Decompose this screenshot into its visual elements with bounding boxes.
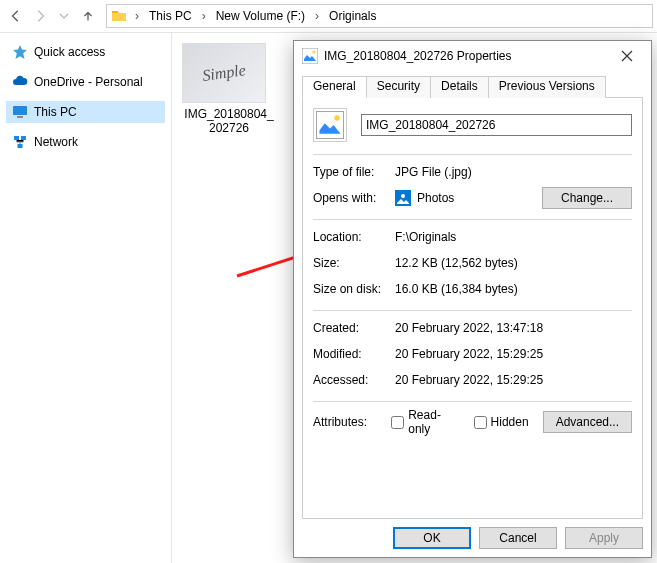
value-location: F:\Originals: [395, 230, 632, 244]
tree-label: OneDrive - Personal: [34, 75, 143, 89]
filename-input[interactable]: [361, 114, 632, 136]
hidden-text: Hidden: [491, 415, 529, 429]
svg-rect-6: [302, 48, 318, 64]
properties-dialog: IMG_20180804_202726 Properties General S…: [293, 40, 652, 558]
label-accessed: Accessed:: [313, 373, 395, 387]
tab-general[interactable]: General: [302, 76, 367, 98]
value-accessed: 20 February 2022, 15:29:25: [395, 373, 632, 387]
label-modified: Modified:: [313, 347, 395, 361]
svg-point-7: [312, 50, 315, 53]
star-icon: [12, 44, 28, 60]
photos-app-icon: [395, 190, 411, 206]
cancel-button[interactable]: Cancel: [479, 527, 557, 549]
value-modified: 20 February 2022, 15:29:25: [395, 347, 632, 361]
value-created: 20 February 2022, 13:47:18: [395, 321, 632, 335]
tree-onedrive[interactable]: OneDrive - Personal: [6, 71, 165, 93]
label-size-on-disk: Size on disk:: [313, 282, 395, 296]
value-opens-with: Photos: [417, 191, 454, 205]
breadcrumb-seg[interactable]: New Volume (F:): [214, 9, 307, 23]
tab-previous-versions[interactable]: Previous Versions: [488, 76, 606, 98]
svg-rect-3: [21, 136, 26, 140]
svg-rect-0: [13, 106, 27, 115]
file-item[interactable]: IMG_20180804_202726: [182, 43, 276, 135]
label-opens-with: Opens with:: [313, 191, 395, 205]
hidden-checkbox-label[interactable]: Hidden: [474, 415, 529, 429]
breadcrumb-seg[interactable]: Originals: [327, 9, 378, 23]
hidden-checkbox[interactable]: [474, 416, 487, 429]
chevron-right-icon: ›: [311, 9, 323, 23]
tab-details[interactable]: Details: [430, 76, 489, 98]
svg-rect-1: [17, 116, 23, 118]
chevron-right-icon: ›: [198, 9, 210, 23]
advanced-button[interactable]: Advanced...: [543, 411, 632, 433]
tree-network[interactable]: Network: [6, 131, 165, 153]
nav-back-button[interactable]: [4, 4, 28, 28]
svg-rect-4: [18, 144, 23, 148]
nav-history-dropdown[interactable]: [52, 4, 76, 28]
label-created: Created:: [313, 321, 395, 335]
nav-up-button[interactable]: [76, 4, 100, 28]
readonly-checkbox[interactable]: [391, 416, 404, 429]
label-type: Type of file:: [313, 165, 395, 179]
address-bar[interactable]: › This PC › New Volume (F:) › Originals: [106, 4, 653, 28]
tree-label: Quick access: [34, 45, 105, 59]
folder-icon: [111, 8, 127, 24]
tab-panel-general: Type of file:JPG File (.jpg) Opens with:…: [302, 98, 643, 519]
breadcrumb-seg[interactable]: This PC: [147, 9, 194, 23]
svg-point-9: [334, 115, 340, 121]
label-location: Location:: [313, 230, 395, 244]
nav-forward-button[interactable]: [28, 4, 52, 28]
ok-button[interactable]: OK: [393, 527, 471, 549]
label-size: Size:: [313, 256, 395, 270]
tab-security[interactable]: Security: [366, 76, 431, 98]
chevron-right-icon: ›: [131, 9, 143, 23]
readonly-checkbox-label[interactable]: Read-only: [391, 408, 459, 436]
label-attributes: Attributes:: [313, 415, 391, 429]
value-size: 12.2 KB (12,562 bytes): [395, 256, 632, 270]
dialog-title: IMG_20180804_202726 Properties: [324, 49, 609, 63]
close-button[interactable]: [609, 44, 645, 68]
close-icon: [621, 50, 633, 62]
value-size-on-disk: 16.0 KB (16,384 bytes): [395, 282, 632, 296]
tree-this-pc[interactable]: This PC: [6, 101, 165, 123]
svg-point-11: [401, 194, 405, 198]
svg-rect-8: [316, 111, 344, 139]
monitor-icon: [12, 104, 28, 120]
network-icon: [12, 134, 28, 150]
apply-button[interactable]: Apply: [565, 527, 643, 549]
readonly-text: Read-only: [408, 408, 459, 436]
change-button[interactable]: Change...: [542, 187, 632, 209]
tree-label: Network: [34, 135, 78, 149]
nav-tree: Quick access OneDrive - Personal This PC…: [0, 33, 172, 563]
tree-label: This PC: [34, 105, 77, 119]
image-icon: [302, 48, 318, 64]
value-type: JPG File (.jpg): [395, 165, 632, 179]
tree-quick-access[interactable]: Quick access: [6, 41, 165, 63]
dialog-titlebar[interactable]: IMG_20180804_202726 Properties: [294, 41, 651, 71]
cloud-icon: [12, 74, 28, 90]
tab-strip: General Security Details Previous Versio…: [302, 75, 643, 98]
file-name: IMG_20180804_202726: [182, 107, 276, 135]
file-type-icon: [313, 108, 347, 142]
file-thumbnail: [182, 43, 266, 103]
svg-rect-2: [14, 136, 19, 140]
